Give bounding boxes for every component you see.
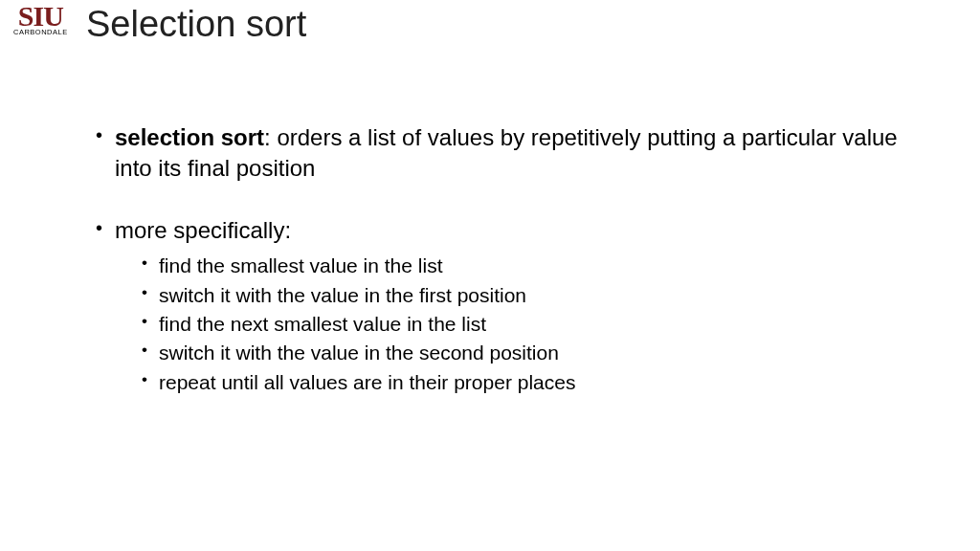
- bullet-list: selection sort: orders a list of values …: [96, 122, 923, 397]
- sub-bullet-list: find the smallest value in the list swit…: [115, 252, 923, 397]
- bullet-item: more specifically: find the smallest val…: [96, 215, 923, 398]
- sub-bullet-item: switch it with the value in the first po…: [142, 281, 923, 310]
- bullet-item: selection sort: orders a list of values …: [96, 122, 923, 185]
- logo-sub-text: CARBONDALE: [13, 29, 68, 36]
- bullet-strong: selection sort: [115, 124, 264, 150]
- bullet-text: more specifically:: [115, 217, 291, 243]
- logo-main-text: SIU: [13, 2, 68, 31]
- sub-bullet-item: find the next smallest value in the list: [142, 310, 923, 339]
- sub-bullet-item: repeat until all values are in their pro…: [142, 368, 923, 397]
- sub-bullet-item: find the smallest value in the list: [142, 252, 923, 280]
- sub-bullet-item: switch it with the value in the second p…: [142, 339, 923, 367]
- slide-content: selection sort: orders a list of values …: [96, 122, 923, 428]
- slide-title: Selection sort: [86, 4, 306, 45]
- siu-logo: SIU CARBONDALE: [13, 2, 68, 36]
